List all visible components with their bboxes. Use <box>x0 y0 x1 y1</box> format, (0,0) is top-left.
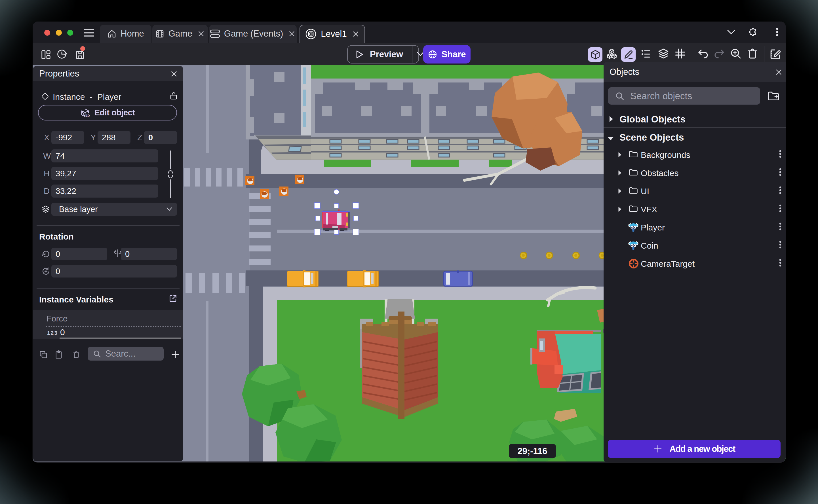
svg-text:29;-116: 29;-116 <box>517 446 547 456</box>
svg-text:3D: 3D <box>86 114 90 117</box>
